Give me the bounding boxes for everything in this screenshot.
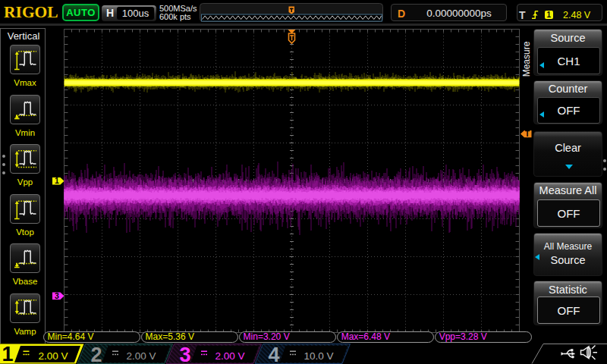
svg-text:3: 3: [179, 344, 190, 364]
svg-text:1: 1: [55, 176, 59, 185]
svg-text:1: 1: [2, 343, 13, 364]
svg-text:2.00 V: 2.00 V: [38, 350, 68, 362]
svg-text:T: T: [525, 129, 530, 138]
svg-text:3: 3: [55, 291, 59, 300]
svg-text:2.00 V: 2.00 V: [215, 350, 244, 362]
svg-text:10.0 V: 10.0 V: [304, 350, 333, 362]
svg-text:2: 2: [90, 344, 102, 364]
svg-text:4: 4: [268, 344, 279, 364]
svg-text:2.00 V: 2.00 V: [126, 350, 156, 362]
